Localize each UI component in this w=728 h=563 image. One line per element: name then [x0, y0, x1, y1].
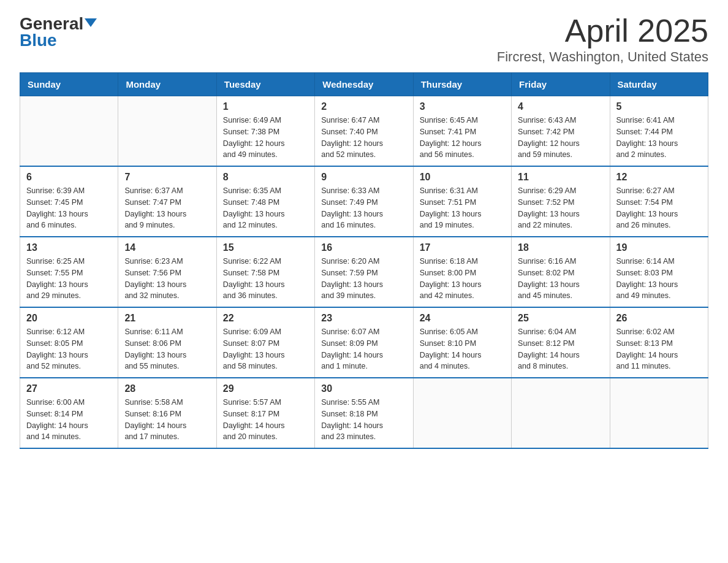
day-number: 7: [124, 172, 210, 183]
calendar-cell: 30Sunrise: 5:55 AMSunset: 8:18 PMDayligh…: [315, 378, 413, 448]
header-day-tuesday: Tuesday: [216, 73, 314, 96]
day-number: 20: [26, 313, 112, 324]
calendar-cell: 22Sunrise: 6:09 AMSunset: 8:07 PMDayligh…: [216, 307, 314, 378]
day-number: 22: [223, 313, 308, 324]
calendar-cell: 8Sunrise: 6:35 AMSunset: 7:48 PMDaylight…: [216, 166, 314, 237]
day-number: 26: [616, 313, 702, 324]
calendar-title: April 2025: [497, 15, 708, 47]
day-number: 10: [420, 172, 505, 183]
day-info: Sunrise: 6:29 AMSunset: 7:52 PMDaylight:…: [518, 185, 603, 231]
day-info: Sunrise: 6:14 AMSunset: 8:03 PMDaylight:…: [616, 256, 702, 302]
calendar-cell: 15Sunrise: 6:22 AMSunset: 7:58 PMDayligh…: [216, 237, 314, 307]
week-row-2: 13Sunrise: 6:25 AMSunset: 7:55 PMDayligh…: [20, 237, 708, 307]
header-day-monday: Monday: [118, 73, 216, 96]
calendar-cell: 9Sunrise: 6:33 AMSunset: 7:49 PMDaylight…: [315, 166, 413, 237]
calendar-cell: 10Sunrise: 6:31 AMSunset: 7:51 PMDayligh…: [413, 166, 511, 237]
calendar-cell: 14Sunrise: 6:23 AMSunset: 7:56 PMDayligh…: [118, 237, 216, 307]
day-number: 8: [223, 172, 308, 183]
calendar-cell: 12Sunrise: 6:27 AMSunset: 7:54 PMDayligh…: [610, 166, 708, 237]
day-number: 23: [321, 313, 406, 324]
logo-bottom: Blue: [20, 31, 57, 50]
calendar-cell: 20Sunrise: 6:12 AMSunset: 8:05 PMDayligh…: [20, 307, 118, 378]
day-info: Sunrise: 6:02 AMSunset: 8:13 PMDaylight:…: [616, 326, 702, 372]
day-number: 30: [321, 383, 406, 394]
calendar-cell: 13Sunrise: 6:25 AMSunset: 7:55 PMDayligh…: [20, 237, 118, 307]
day-info: Sunrise: 6:23 AMSunset: 7:56 PMDaylight:…: [124, 256, 210, 302]
day-info: Sunrise: 5:57 AMSunset: 8:17 PMDaylight:…: [223, 397, 308, 443]
day-number: 3: [420, 101, 505, 112]
day-info: Sunrise: 6:45 AMSunset: 7:41 PMDaylight:…: [420, 115, 505, 161]
day-number: 28: [124, 383, 210, 394]
day-info: Sunrise: 6:35 AMSunset: 7:48 PMDaylight:…: [223, 185, 308, 231]
day-number: 2: [321, 101, 406, 112]
calendar-cell: [512, 378, 610, 448]
day-number: 14: [124, 242, 210, 253]
day-number: 29: [223, 383, 308, 394]
calendar-cell: 27Sunrise: 6:00 AMSunset: 8:14 PMDayligh…: [20, 378, 118, 448]
day-info: Sunrise: 5:58 AMSunset: 8:16 PMDaylight:…: [124, 397, 210, 443]
day-info: Sunrise: 6:39 AMSunset: 7:45 PMDaylight:…: [26, 185, 112, 231]
calendar-cell: 17Sunrise: 6:18 AMSunset: 8:00 PMDayligh…: [413, 237, 511, 307]
header-day-sunday: Sunday: [20, 73, 118, 96]
calendar-cell: 5Sunrise: 6:41 AMSunset: 7:44 PMDaylight…: [610, 96, 708, 167]
calendar-cell: 2Sunrise: 6:47 AMSunset: 7:40 PMDaylight…: [315, 96, 413, 167]
day-info: Sunrise: 6:20 AMSunset: 7:59 PMDaylight:…: [321, 256, 406, 302]
day-number: 4: [518, 101, 603, 112]
calendar-cell: 1Sunrise: 6:49 AMSunset: 7:38 PMDaylight…: [216, 96, 314, 167]
week-row-3: 20Sunrise: 6:12 AMSunset: 8:05 PMDayligh…: [20, 307, 708, 378]
day-info: Sunrise: 6:07 AMSunset: 8:09 PMDaylight:…: [321, 326, 406, 372]
day-info: Sunrise: 6:00 AMSunset: 8:14 PMDaylight:…: [26, 397, 112, 443]
day-number: 11: [518, 172, 603, 183]
day-info: Sunrise: 6:47 AMSunset: 7:40 PMDaylight:…: [321, 115, 406, 161]
day-number: 15: [223, 242, 308, 253]
calendar-body: 1Sunrise: 6:49 AMSunset: 7:38 PMDaylight…: [20, 96, 708, 449]
calendar-cell: [610, 378, 708, 448]
day-number: 18: [518, 242, 603, 253]
day-number: 16: [321, 242, 406, 253]
calendar-cell: 3Sunrise: 6:45 AMSunset: 7:41 PMDaylight…: [413, 96, 511, 167]
calendar-cell: 18Sunrise: 6:16 AMSunset: 8:02 PMDayligh…: [512, 237, 610, 307]
day-number: 9: [321, 172, 406, 183]
day-info: Sunrise: 6:25 AMSunset: 7:55 PMDaylight:…: [26, 256, 112, 302]
day-info: Sunrise: 6:11 AMSunset: 8:06 PMDaylight:…: [124, 326, 210, 372]
calendar-cell: 11Sunrise: 6:29 AMSunset: 7:52 PMDayligh…: [512, 166, 610, 237]
calendar-cell: 4Sunrise: 6:43 AMSunset: 7:42 PMDaylight…: [512, 96, 610, 167]
calendar-cell: 21Sunrise: 6:11 AMSunset: 8:06 PMDayligh…: [118, 307, 216, 378]
week-row-1: 6Sunrise: 6:39 AMSunset: 7:45 PMDaylight…: [20, 166, 708, 237]
header: General Blue April 2025 Fircrest, Washin…: [20, 15, 708, 65]
day-info: Sunrise: 6:18 AMSunset: 8:00 PMDaylight:…: [420, 256, 505, 302]
day-info: Sunrise: 5:55 AMSunset: 8:18 PMDaylight:…: [321, 397, 406, 443]
day-info: Sunrise: 6:16 AMSunset: 8:02 PMDaylight:…: [518, 256, 603, 302]
day-info: Sunrise: 6:43 AMSunset: 7:42 PMDaylight:…: [518, 115, 603, 161]
calendar-cell: 24Sunrise: 6:05 AMSunset: 8:10 PMDayligh…: [413, 307, 511, 378]
day-number: 1: [223, 101, 308, 112]
day-number: 6: [26, 172, 112, 183]
day-info: Sunrise: 6:33 AMSunset: 7:49 PMDaylight:…: [321, 185, 406, 231]
calendar-subtitle: Fircrest, Washington, United States: [497, 49, 708, 65]
calendar-cell: 28Sunrise: 5:58 AMSunset: 8:16 PMDayligh…: [118, 378, 216, 448]
day-number: 5: [616, 101, 702, 112]
day-number: 25: [518, 313, 603, 324]
day-info: Sunrise: 6:27 AMSunset: 7:54 PMDaylight:…: [616, 185, 702, 231]
day-info: Sunrise: 6:41 AMSunset: 7:44 PMDaylight:…: [616, 115, 702, 161]
day-number: 19: [616, 242, 702, 253]
day-number: 27: [26, 383, 112, 394]
calendar-cell: 19Sunrise: 6:14 AMSunset: 8:03 PMDayligh…: [610, 237, 708, 307]
header-day-saturday: Saturday: [610, 73, 708, 96]
day-number: 17: [420, 242, 505, 253]
header-day-thursday: Thursday: [413, 73, 511, 96]
header-day-friday: Friday: [512, 73, 610, 96]
week-row-4: 27Sunrise: 6:00 AMSunset: 8:14 PMDayligh…: [20, 378, 708, 448]
day-info: Sunrise: 6:09 AMSunset: 8:07 PMDaylight:…: [223, 326, 308, 372]
logo-triangle-icon: [85, 18, 97, 27]
day-number: 13: [26, 242, 112, 253]
day-info: Sunrise: 6:22 AMSunset: 7:58 PMDaylight:…: [223, 256, 308, 302]
calendar-cell: 26Sunrise: 6:02 AMSunset: 8:13 PMDayligh…: [610, 307, 708, 378]
calendar-cell: 25Sunrise: 6:04 AMSunset: 8:12 PMDayligh…: [512, 307, 610, 378]
day-number: 24: [420, 313, 505, 324]
day-number: 21: [124, 313, 210, 324]
calendar-cell: 29Sunrise: 5:57 AMSunset: 8:17 PMDayligh…: [216, 378, 314, 448]
header-day-wednesday: Wednesday: [315, 73, 413, 96]
calendar-header: SundayMondayTuesdayWednesdayThursdayFrid…: [20, 73, 708, 96]
day-info: Sunrise: 6:04 AMSunset: 8:12 PMDaylight:…: [518, 326, 603, 372]
